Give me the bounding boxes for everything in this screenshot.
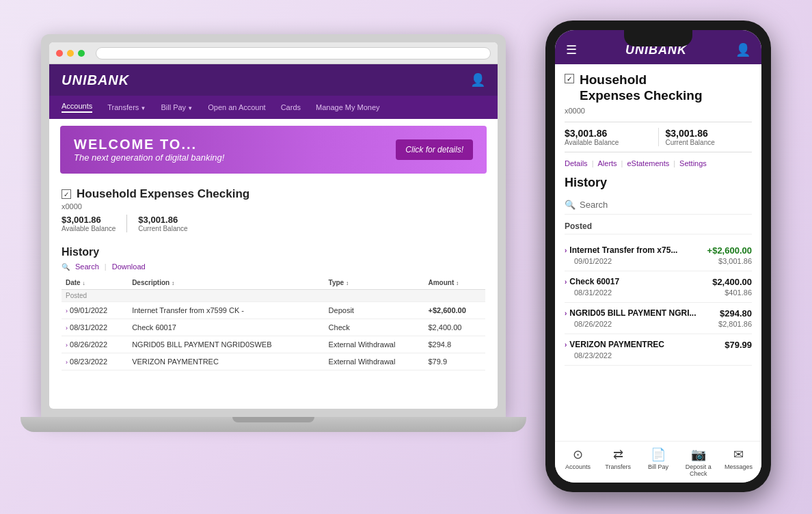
messages-nav-icon: ✉: [733, 447, 744, 462]
phone-trans-row2: › Check 60017 $2,400.00: [565, 277, 752, 287]
phone-trans-row4: › VERIZON PAYMENTREC $79.99: [565, 340, 752, 350]
account-section: ✓ Household Expenses Checking x0000 $3,0…: [49, 180, 498, 246]
trans-amount: $79.9: [424, 353, 485, 370]
phone-transaction-4[interactable]: › VERIZON PAYMENTREC $79.99 08/23/2022: [565, 334, 752, 366]
trans-amount: +$2,600.00: [424, 302, 485, 319]
link-details[interactable]: Details: [565, 159, 588, 167]
user-icon[interactable]: 👤: [470, 72, 485, 87]
welcome-banner: WELCOME TO... The next generation of dig…: [60, 126, 487, 174]
table-row[interactable]: › 08/26/2022 NGRID05 BILL PAYMENT NGRID0…: [62, 336, 485, 353]
trans-amount: $2,400.00: [424, 319, 485, 336]
account-checkbox[interactable]: ✓: [62, 189, 71, 199]
phone-account-header: ✓ Household Expenses Checking: [565, 72, 752, 104]
link-estatements[interactable]: eStatements: [627, 159, 669, 167]
phone-nav-billpay[interactable]: 📄 Bill Pay: [638, 447, 679, 477]
nav-billpay[interactable]: Bill Pay: [161, 103, 193, 111]
browser-dot-yellow[interactable]: [67, 50, 74, 57]
transactions-table: Date ↓ Description ↕ Type ↕ Amount ↕ Pos…: [62, 276, 485, 370]
phone-trans-detail-3: 08/26/2022 $2,801.86: [565, 320, 752, 328]
table-row[interactable]: › 08/23/2022 VERIZON PAYMENTREC External…: [62, 353, 485, 370]
nav-open-account[interactable]: Open an Account: [208, 103, 265, 111]
history-title: History: [62, 246, 485, 258]
phone-bottom-nav: ⊙ Accounts ⇄ Transfers 📄 Bill Pay 📷 Depo…: [555, 441, 761, 483]
nav-transfers[interactable]: Transfers: [107, 103, 146, 111]
phone-transaction-1[interactable]: › Internet Transfer from x75... +$2,600.…: [565, 240, 752, 271]
table-row[interactable]: › 08/31/2022 Check 60017 Check $2,400.00: [62, 319, 485, 336]
details-button[interactable]: Click for details!: [396, 139, 473, 160]
phone-balance-row: $3,001.86 Available Balance $3,001.86 Cu…: [565, 122, 752, 152]
phone-trans-row3: › NGRID05 BILL PAYMENT NGRI... $294.80: [565, 308, 752, 319]
phone-account-number: x0000: [565, 107, 752, 115]
browser-dot-red[interactable]: [56, 50, 63, 57]
nav-accounts[interactable]: Accounts: [62, 102, 92, 113]
phone-trans-name-4: › VERIZON PAYMENTREC: [565, 340, 664, 349]
trans-date: › 08/23/2022: [62, 353, 128, 370]
phone-nav-deposit[interactable]: 📷 Deposit a Check: [678, 447, 718, 477]
table-row[interactable]: › 09/01/2022 Internet Transfer from x759…: [62, 302, 485, 319]
phone-trans-name-3: › NGRID05 BILL PAYMENT NGRI...: [565, 308, 696, 318]
phone-available-balance: $3,001.86 Available Balance: [565, 128, 659, 146]
browser-address-bar[interactable]: [96, 47, 491, 59]
phone-user-icon[interactable]: 👤: [735, 42, 750, 57]
billpay-nav-icon: 📄: [651, 447, 666, 462]
phone-account-links: Details | Alerts | eStatements | Setting…: [565, 159, 752, 167]
phone-nav-accounts[interactable]: ⊙ Accounts: [558, 447, 598, 477]
expand-icon: ›: [565, 247, 567, 254]
link-alerts[interactable]: Alerts: [597, 159, 617, 167]
phone-trans-name-1: › Internet Transfer from x75...: [565, 245, 677, 255]
phone-transaction-3[interactable]: › NGRID05 BILL PAYMENT NGRI... $294.80 0…: [565, 303, 752, 334]
nav-manage-money[interactable]: Manage My Money: [316, 103, 380, 111]
phone-account-checkbox[interactable]: ✓: [565, 74, 574, 83]
bank-header: UNIBANK 👤: [49, 64, 498, 96]
trans-type: External Withdrawal: [325, 353, 424, 370]
phone-trans-amount-1: +$2,600.00: [707, 245, 752, 256]
expand-icon: ›: [565, 278, 567, 286]
phone-content: ✓ Household Expenses Checking x0000 $3,0…: [555, 64, 761, 441]
col-amount[interactable]: Amount ↕: [424, 276, 485, 290]
browser-dot-green[interactable]: [78, 50, 85, 57]
expand-icon: ›: [565, 310, 567, 317]
phone-current-balance: $3,001.86 Current Balance: [659, 128, 753, 146]
phone-body: ☰ UNIBANK 👤 ✓ Household Expenses Checkin…: [545, 21, 771, 492]
trans-desc: Internet Transfer from x7599 CK -: [128, 302, 324, 319]
available-balance-amount: $3,001.86: [62, 215, 116, 225]
phone-search-bar[interactable]: 🔍 Search: [565, 195, 752, 215]
col-type[interactable]: Type ↕: [325, 276, 424, 290]
hamburger-menu-icon[interactable]: ☰: [566, 42, 577, 57]
nav-cards[interactable]: Cards: [281, 103, 301, 111]
trans-type: Deposit: [325, 302, 424, 319]
current-balance-item: $3,001.86 Current Balance: [138, 215, 198, 232]
phone-trans-amount-3: $294.80: [720, 308, 752, 319]
phone-trans-detail-4: 08/23/2022: [565, 351, 752, 360]
trans-type: External Withdrawal: [325, 336, 424, 353]
phone-transaction-2[interactable]: › Check 60017 $2,400.00 08/31/2022 $401.…: [565, 271, 752, 303]
search-link[interactable]: Search: [75, 262, 99, 271]
phone-trans-amount-4: $79.99: [725, 340, 752, 350]
transfers-nav-label: Transfers: [605, 463, 631, 470]
trans-amount: $294.8: [424, 336, 485, 353]
phone-history-title: History: [565, 176, 752, 190]
bank-logo: UNIBANK: [62, 72, 129, 88]
trans-desc: VERIZON PAYMENTREC: [128, 353, 324, 370]
download-link[interactable]: Download: [112, 262, 146, 271]
trans-date: › 08/31/2022: [62, 319, 128, 336]
bank-nav: Accounts Transfers Bill Pay Open an Acco…: [49, 96, 498, 119]
link-settings[interactable]: Settings: [679, 159, 707, 167]
col-desc[interactable]: Description ↕: [128, 276, 324, 290]
laptop-device: UNIBANK 👤 Accounts Transfers Bill Pay Op…: [41, 34, 519, 478]
phone-current-label: Current Balance: [666, 139, 753, 146]
phone-nav-transfers[interactable]: ⇄ Transfers: [598, 447, 638, 477]
available-balance-label: Available Balance: [62, 225, 116, 232]
deposit-nav-label: Deposit a Check: [678, 463, 718, 477]
phone-trans-detail-1: 09/01/2022 $3,001.86: [565, 257, 752, 265]
phone-account-name: Household Expenses Checking: [580, 72, 703, 104]
phone-notch: [624, 30, 692, 46]
trans-date: › 09/01/2022: [62, 302, 128, 319]
col-date[interactable]: Date ↓: [62, 276, 128, 290]
phone-nav-messages[interactable]: ✉ Messages: [718, 447, 759, 477]
phone-screen: ☰ UNIBANK 👤 ✓ Household Expenses Checkin…: [555, 30, 761, 483]
messages-nav-label: Messages: [725, 463, 753, 470]
phone-posted-label: Posted: [565, 221, 752, 234]
phone-trans-row1: › Internet Transfer from x75... +$2,600.…: [565, 245, 752, 256]
phone-trans-name-2: › Check 60017: [565, 277, 619, 286]
